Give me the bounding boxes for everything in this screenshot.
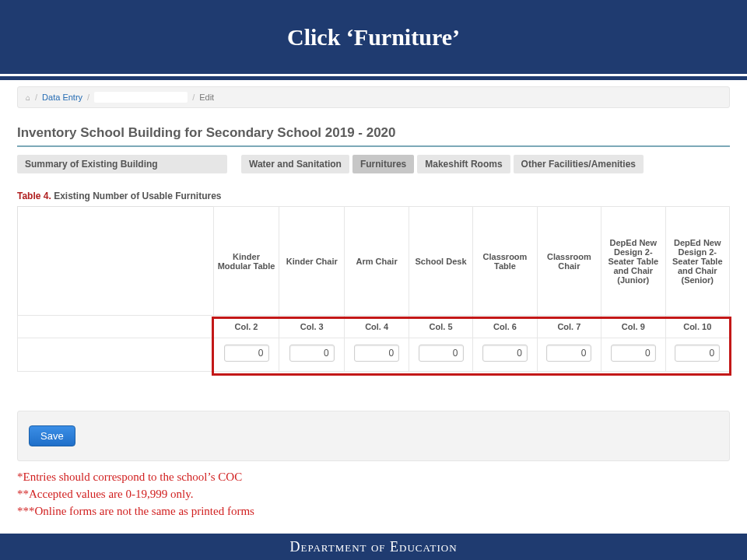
input-col-6[interactable] <box>482 345 528 362</box>
banner-title: Click ‘Furniture’ <box>0 0 747 74</box>
home-icon[interactable]: ⌂ <box>26 93 30 102</box>
breadcrumb-sep: / <box>87 93 89 102</box>
row-label-blank <box>18 316 214 338</box>
note-1: *Entries should correspond to the school… <box>17 469 730 486</box>
tab-makeshift[interactable]: Makeshift Rooms <box>417 155 510 173</box>
breadcrumb-sep: / <box>192 93 195 102</box>
col-label: Col. 9 <box>601 316 665 338</box>
table-number: Table 4. <box>17 191 51 201</box>
breadcrumb-sep: / <box>35 93 37 102</box>
breadcrumb: ⌂ / Data Entry / / Edit <box>17 86 730 108</box>
table-title: Existing Number of Usable Furnitures <box>54 191 221 201</box>
input-col-9[interactable] <box>611 345 656 362</box>
table-corner-blank <box>18 207 214 316</box>
save-button[interactable]: Save <box>29 425 75 446</box>
row-label-blank <box>18 338 214 372</box>
note-2: **Accepted values are 0-19,999 only. <box>17 486 730 503</box>
input-col-2[interactable] <box>224 345 269 362</box>
col-label: Col. 3 <box>279 316 345 338</box>
input-col-4[interactable] <box>354 345 399 362</box>
note-3: ***Online forms are not the same as prin… <box>17 503 730 520</box>
col-label: Col. 6 <box>473 316 537 338</box>
col-header: DepEd New Design 2-Seater Table and Chai… <box>665 207 730 316</box>
footer-bar: Department of Education <box>0 534 747 560</box>
breadcrumb-data-entry[interactable]: Data Entry <box>42 93 82 102</box>
notes: *Entries should correspond to the school… <box>17 469 730 520</box>
col-header: Kinder Chair <box>279 207 345 316</box>
tab-other[interactable]: Other Facilities/Amenities <box>514 155 644 173</box>
col-header: Kinder Modular Table <box>213 207 279 316</box>
tab-summary[interactable]: Summary of Existing Building <box>17 155 227 173</box>
col-header: DepEd New Design 2-Seater Table and Chai… <box>601 207 665 316</box>
input-col-5[interactable] <box>419 345 464 362</box>
col-header: Arm Chair <box>345 207 409 316</box>
col-header: School Desk <box>409 207 472 316</box>
col-header: Classroom Chair <box>537 207 601 316</box>
breadcrumb-edit: Edit <box>199 93 214 102</box>
input-col-3[interactable] <box>289 345 335 362</box>
table-caption: Table 4. Existing Number of Usable Furni… <box>17 191 730 201</box>
col-label: Col. 5 <box>409 316 472 338</box>
page-title: Inventory School Building for Secondary … <box>17 125 730 147</box>
banner-divider <box>0 76 747 80</box>
col-label: Col. 10 <box>665 316 730 338</box>
tab-furnitures[interactable]: Furnitures <box>352 155 414 173</box>
tab-bar: Summary of Existing Building Water and S… <box>17 155 730 173</box>
furniture-table: Kinder Modular Table Kinder Chair Arm Ch… <box>17 206 730 372</box>
save-area: Save <box>17 411 730 461</box>
col-label: Col. 2 <box>213 316 279 338</box>
breadcrumb-school-name <box>94 92 188 103</box>
col-label: Col. 7 <box>537 316 601 338</box>
input-col-10[interactable] <box>675 345 720 362</box>
input-col-7[interactable] <box>546 345 591 362</box>
tab-water[interactable]: Water and Sanitation <box>241 155 349 173</box>
col-label: Col. 4 <box>345 316 409 338</box>
col-header: Classroom Table <box>473 207 537 316</box>
